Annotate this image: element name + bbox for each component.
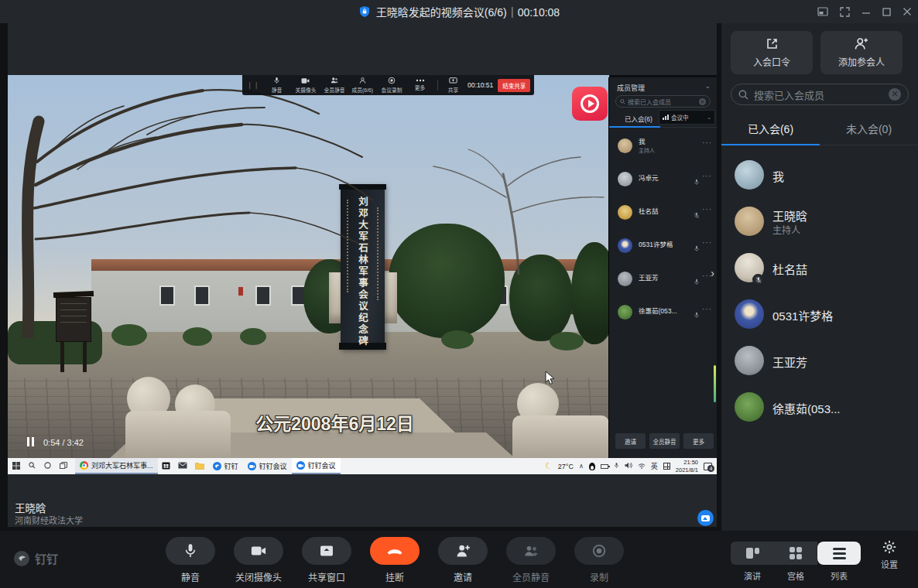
mic-icon[interactable] [694, 175, 700, 189]
bush [550, 332, 584, 350]
inner-mute-all-footer-button[interactable]: 全员静音 [649, 433, 680, 449]
inner-member-row[interactable]: 杜名喆 ··· [609, 197, 717, 230]
mic-icon[interactable] [694, 275, 700, 289]
inner-share-button[interactable]: 共享 [441, 77, 464, 94]
search-input[interactable]: 搜索已入会成员 ✕ [731, 84, 909, 105]
member-row[interactable]: 我 [721, 152, 918, 198]
share-window-button[interactable]: 共享窗口 [302, 537, 351, 583]
end-share-button[interactable]: 结束共享 [498, 79, 530, 92]
taskbar-app-meeting-2[interactable]: 钉钉会议 [292, 458, 341, 474]
stone-balustrade-left [125, 375, 231, 458]
search-icon [738, 90, 748, 100]
member-row[interactable]: 杜名喆 [721, 244, 918, 291]
mute-all-button[interactable]: 全员静音 [506, 537, 556, 583]
tab-joined[interactable]: 已入会(6) [721, 111, 820, 145]
member-row[interactable]: 王亚芳 [721, 337, 918, 384]
member-row[interactable]: 0531许梦格 [721, 291, 918, 337]
inner-invite-button[interactable]: 邀请 [615, 433, 646, 449]
tray-clock[interactable]: 21:50 2021/8/1 [676, 459, 698, 473]
inner-member-panel: 成员管理 ⌄ 搜索已入会成员 ✕ 已入会(6) 会议中 ⌄ 我 主持人 [609, 77, 717, 458]
inner-tab-joined[interactable]: 已入会(6) [625, 114, 653, 123]
more-icon[interactable]: ··· [702, 205, 712, 214]
person-add-icon [855, 37, 868, 50]
taskbar-search-icon[interactable] [29, 462, 36, 470]
inner-search-input[interactable]: 搜索已入会成员 ✕ [615, 95, 711, 108]
member-row[interactable]: 王晓晗 主持人 [721, 198, 918, 244]
system-tray: ☾ 27°C ∧ 英 21:50 2021/8/1 4 [545, 459, 717, 473]
drag-handle[interactable]: ❘❘ [247, 81, 260, 89]
view-speaker[interactable] [731, 542, 774, 565]
meeting-code-button[interactable]: 入会口令 [731, 31, 813, 74]
task-view-icon[interactable] [60, 462, 67, 470]
qq-tray-icon[interactable] [589, 463, 595, 470]
member-sidebar: 入会口令 添加参会人 搜索已入会成员 ✕ 已入会(6) 未入会(0) 我 王晓晗… [721, 23, 918, 531]
close-icon[interactable] [903, 7, 912, 16]
tab-not-joined[interactable]: 未入会(0) [820, 111, 918, 145]
search-clear-icon[interactable]: ✕ [889, 88, 901, 101]
inner-more-button[interactable]: 更多 [406, 79, 434, 91]
minimize-icon[interactable] [861, 7, 871, 16]
pip-mode-icon[interactable] [817, 7, 828, 16]
meeting-window: 王晓晗发起的视频会议(6/6)｜00:10:08 [0, 0, 918, 588]
more-icon[interactable]: ··· [702, 172, 712, 180]
inner-mute-all-button[interactable]: 全员静音 [320, 77, 348, 94]
ime-grid-icon[interactable] [663, 463, 670, 470]
tray-temperature[interactable]: 27°C [558, 463, 574, 470]
weather-moon-icon[interactable]: ☾ [545, 461, 553, 471]
action-center-icon[interactable]: 4 [704, 463, 712, 470]
taskbar-app-dingtalk[interactable]: 钉钉 [208, 458, 243, 474]
inner-members-button[interactable]: 成员(6/6) [348, 77, 377, 94]
camera-off-button[interactable]: 关闭摄像头 [234, 537, 283, 583]
settings-button[interactable]: 设置 [876, 540, 903, 570]
member-row[interactable]: 徐惠茹(053... [721, 384, 918, 430]
taskbar-app-chrome[interactable]: 刘邓大军石林军事... [75, 458, 158, 474]
record-button[interactable]: 录制 [574, 537, 624, 583]
mic-icon[interactable] [694, 241, 700, 255]
avatar [618, 138, 632, 153]
inner-mute-button[interactable]: 静音 [262, 77, 291, 94]
layout-labels: 演讲 宫格 列表 [731, 569, 861, 582]
mute-button[interactable]: 静音 [166, 537, 215, 583]
inner-panel-collapse-icon[interactable]: ⌄ [704, 82, 711, 90]
mic-muted-icon[interactable] [694, 208, 700, 222]
inner-member-row[interactable]: 徐惠茹(053... ··· [609, 296, 717, 330]
fullscreen-icon[interactable] [840, 7, 850, 17]
tray-mic-icon[interactable] [614, 462, 619, 470]
pause-icon[interactable] [27, 437, 34, 446]
meeting-chat-icon[interactable] [697, 510, 714, 526]
view-list[interactable] [817, 542, 861, 565]
inner-more-footer-button[interactable]: 更多 [683, 433, 714, 449]
add-participant-button[interactable]: 添加参会人 [820, 31, 903, 74]
mic-icon[interactable] [694, 308, 700, 322]
more-icon[interactable]: ··· [702, 138, 712, 147]
file-explorer-icon[interactable] [195, 462, 204, 471]
inner-member-row[interactable]: 我 主持人 ··· [609, 130, 717, 163]
more-icon[interactable]: ··· [702, 238, 712, 247]
maximize-icon[interactable] [882, 8, 891, 16]
start-button-icon[interactable] [12, 462, 20, 471]
volume-icon[interactable] [625, 462, 632, 470]
inner-camera-button[interactable]: 关摄像头 [291, 77, 320, 94]
hidden-icons-chevron[interactable]: ∧ [579, 463, 584, 470]
inner-record-button[interactable]: 会议录制 [377, 77, 406, 94]
store-icon[interactable] [162, 461, 170, 471]
inner-member-row[interactable]: 王亚芳 ··· [609, 263, 717, 296]
hang-up-button[interactable]: 挂断 [370, 537, 420, 583]
more-icon[interactable]: ··· [702, 305, 712, 313]
taskbar-app-meeting-1[interactable]: 钉钉会议 [243, 458, 292, 474]
mail-icon[interactable] [178, 462, 187, 470]
view-grid[interactable] [774, 542, 817, 565]
avatar [618, 238, 632, 253]
inner-search-clear-icon[interactable]: ✕ [699, 98, 706, 105]
external-link-icon [766, 37, 779, 50]
network-icon[interactable] [638, 463, 646, 470]
invite-button[interactable]: 邀请 [438, 537, 488, 583]
panel-expand-icon[interactable]: › [711, 267, 714, 279]
cortana-icon[interactable] [44, 462, 51, 470]
inner-member-row[interactable]: 0531许梦格 ··· [609, 230, 717, 263]
inner-status-dropdown[interactable]: 会议中 ⌄ [659, 110, 715, 125]
ime-language[interactable]: 英 [651, 461, 658, 471]
inner-member-row[interactable]: 冯卓元 ··· [609, 163, 717, 197]
stele-inscription: 刘邓大军石林军事会议纪念碑 [355, 197, 370, 347]
battery-icon[interactable] [601, 464, 608, 469]
